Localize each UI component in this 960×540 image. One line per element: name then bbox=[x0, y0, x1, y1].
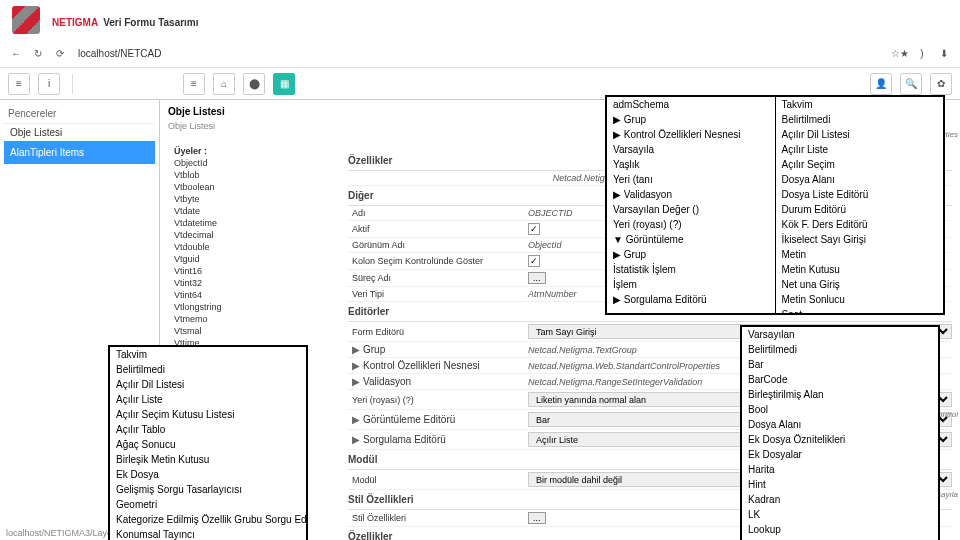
dropdown-item[interactable]: Belirtilmedi bbox=[742, 342, 938, 357]
reload-icon[interactable]: ⟳ bbox=[52, 46, 68, 62]
dropdown-item[interactable]: Varsayılan Değer () bbox=[607, 202, 775, 217]
dropdown-item[interactable]: Metin bbox=[776, 247, 944, 262]
dropdown-item[interactable]: BarCode bbox=[742, 372, 938, 387]
dropdown-item[interactable]: Açılır Dil Listesi bbox=[776, 127, 944, 142]
dropdown-item[interactable]: Açılır Seçim Kutusu Listesi bbox=[110, 407, 306, 422]
member-item[interactable]: Vtdouble bbox=[170, 241, 270, 253]
menu-button[interactable]: ≡ bbox=[8, 73, 30, 95]
dropdown-item[interactable]: Geometri bbox=[110, 497, 306, 512]
dropdown-item[interactable]: Bool bbox=[742, 402, 938, 417]
member-item[interactable]: ObjectId bbox=[170, 157, 270, 169]
member-item[interactable]: Vtguid bbox=[170, 253, 270, 265]
dropdown-item[interactable]: Net una Giriş bbox=[776, 277, 944, 292]
dropdown-item[interactable]: admSchema bbox=[607, 97, 775, 112]
dropdown-item[interactable]: Metin Kutusu bbox=[776, 262, 944, 277]
dropdown-item[interactable]: Gelişmiş Sorgu Tasarlayıcısı bbox=[110, 482, 306, 497]
dropdown-item[interactable]: Saat bbox=[776, 307, 944, 315]
dropdown-item[interactable]: Kadran bbox=[742, 492, 938, 507]
kolon-checkbox[interactable] bbox=[528, 255, 540, 267]
dropdown-item[interactable]: Dosya Liste Editörü bbox=[776, 187, 944, 202]
member-item[interactable]: Vtdecimal bbox=[170, 229, 270, 241]
dropdown-item[interactable]: ▶ Sorgulama Editörü bbox=[607, 292, 775, 307]
dropdown-item[interactable]: ▶ Grup bbox=[607, 247, 775, 262]
dropdown-item[interactable]: İstatistik İşlem bbox=[607, 262, 775, 277]
app-title: NETIGMA Veri Formu Tasarımı bbox=[52, 10, 199, 31]
dropdown-item[interactable]: Belirtilmedi bbox=[110, 362, 306, 377]
dropdown-item[interactable]: Lookup bbox=[742, 522, 938, 537]
address-bar[interactable]: localhost/NETCAD bbox=[74, 46, 886, 61]
dropdown-item[interactable]: Açılır Liste bbox=[776, 142, 944, 157]
grid-button[interactable]: ▦ bbox=[273, 73, 295, 95]
location-icon[interactable]: ⬤ bbox=[243, 73, 265, 95]
list-button[interactable]: ≡ bbox=[183, 73, 205, 95]
dropdown-item[interactable]: Ağaç Sonucu bbox=[110, 437, 306, 452]
dropdown-item[interactable]: Ek Dosyalar bbox=[742, 447, 938, 462]
dropdown-item[interactable]: Birleştirilmiş Alan bbox=[742, 387, 938, 402]
member-item[interactable]: Vtblob bbox=[170, 169, 270, 181]
stil-button[interactable]: ... bbox=[528, 512, 546, 524]
pencereler-header[interactable]: Pencereler bbox=[4, 104, 155, 124]
dropdown-item[interactable]: Yeri (tanı bbox=[607, 172, 775, 187]
dropdown-item[interactable]: Durum Editörü bbox=[776, 202, 944, 217]
download-icon[interactable]: ⬇ bbox=[936, 46, 952, 62]
settings-icon[interactable]: ✿ bbox=[930, 73, 952, 95]
dropdown-item[interactable]: Dosya Alanı bbox=[742, 417, 938, 432]
member-item[interactable]: Vtint16 bbox=[170, 265, 270, 277]
dropdown-item[interactable]: Metin Sonlucu bbox=[776, 292, 944, 307]
info-button[interactable]: i bbox=[38, 73, 60, 95]
dropdown-item[interactable]: Harita bbox=[742, 462, 938, 477]
back-icon[interactable]: ← bbox=[8, 46, 24, 62]
forward-icon[interactable]: ↻ bbox=[30, 46, 46, 62]
member-item[interactable]: Vtlongstring bbox=[170, 301, 270, 313]
dropdown-item[interactable]: Açılır Dil Listesi bbox=[110, 377, 306, 392]
dropdown-item[interactable]: Kök F. Ders Editörü bbox=[776, 217, 944, 232]
dropdown-item[interactable]: ▶ Grup bbox=[607, 112, 775, 127]
member-item[interactable]: Vtdatetime bbox=[170, 217, 270, 229]
dropdown-item[interactable]: Ek Dosya bbox=[110, 467, 306, 482]
dropdown-item[interactable]: Varsayılan bbox=[742, 327, 938, 342]
member-item[interactable]: Vtbyt​e bbox=[170, 193, 270, 205]
dropdown-item[interactable]: Hint bbox=[742, 477, 938, 492]
home-button[interactable]: ⌂ bbox=[213, 73, 235, 95]
user-icon[interactable]: 👤 bbox=[870, 73, 892, 95]
dropdown-item[interactable]: ▶ Kontrol Özellikleri Nesnesi bbox=[607, 127, 775, 142]
dropdown-item[interactable]: Konumsal Tayıncı bbox=[110, 527, 306, 540]
dropdown-item[interactable]: Açılır Seçim bbox=[776, 157, 944, 172]
member-item[interactable]: Vtdate bbox=[170, 205, 270, 217]
dropdown-form-editor[interactable]: TakvimBelirtilmediAçılır Dil ListesiAçıl… bbox=[108, 345, 308, 540]
dropdown-item[interactable]: Yeri (royası) (?) bbox=[607, 217, 775, 232]
member-item[interactable]: Vtint64 bbox=[170, 289, 270, 301]
search-icon[interactable]: 🔍 bbox=[900, 73, 922, 95]
dropdown-item[interactable]: İkiselect Sayı Girişi bbox=[776, 232, 944, 247]
dropdown-item[interactable]: Yaşlık bbox=[607, 157, 775, 172]
dropdown-item[interactable]: Dosya Alanı bbox=[776, 172, 944, 187]
aktif-checkbox[interactable] bbox=[528, 223, 540, 235]
dropdown-item[interactable]: İşlem bbox=[607, 277, 775, 292]
menu-icon[interactable]: ) bbox=[914, 46, 930, 62]
member-item[interactable]: Vtint32 bbox=[170, 277, 270, 289]
member-item[interactable]: Vtboolean bbox=[170, 181, 270, 193]
dropdown-item[interactable]: Varsayıla bbox=[607, 142, 775, 157]
member-item[interactable]: Vtmemo bbox=[170, 313, 270, 325]
dropdown-item[interactable]: Kategorize Edilmiş Özellik Grubu Sorgu E… bbox=[110, 512, 306, 527]
dropdown-item[interactable]: Takvim bbox=[776, 97, 944, 112]
dropdown-item[interactable]: Ek Dosya Öznitelikleri bbox=[742, 432, 938, 447]
dropdown-bottom-right[interactable]: VarsayılanBelirtilmediBarBarCodeBirleşti… bbox=[740, 325, 940, 540]
dropdown-item[interactable]: Birleşik Metin Kutusu bbox=[110, 452, 306, 467]
dropdown-item[interactable]: Açılır Tablo bbox=[110, 422, 306, 437]
dropdown-item[interactable]: Belirtilmedi bbox=[776, 112, 944, 127]
dropdown-item[interactable]: Takvim bbox=[110, 347, 306, 362]
obje-listesi-item[interactable]: Obje Listesi bbox=[4, 124, 155, 141]
dropdown-item[interactable]: ▶ Validasyon bbox=[607, 187, 775, 202]
dropdown-item[interactable]: LK bbox=[742, 507, 938, 522]
alantipleri-item[interactable]: AlanTipleri Items bbox=[4, 141, 155, 164]
surec-button[interactable]: ... bbox=[528, 272, 546, 284]
dropdown-top-right[interactable]: admSchema▶ Grup▶ Kontrol Özellikleri Nes… bbox=[605, 95, 945, 315]
members-list: Üyeler : ObjectIdVtblobVtbooleanVtbyt​eV… bbox=[170, 145, 270, 349]
obje-header: Obje Listesi bbox=[168, 106, 225, 117]
member-item[interactable]: Vtsma​l bbox=[170, 325, 270, 337]
dropdown-item[interactable]: ▼ Görüntüleme bbox=[607, 232, 775, 247]
dropdown-item[interactable]: Açılır Liste bbox=[110, 392, 306, 407]
dropdown-item[interactable]: Bar bbox=[742, 357, 938, 372]
star-icon[interactable]: ☆★ bbox=[892, 46, 908, 62]
